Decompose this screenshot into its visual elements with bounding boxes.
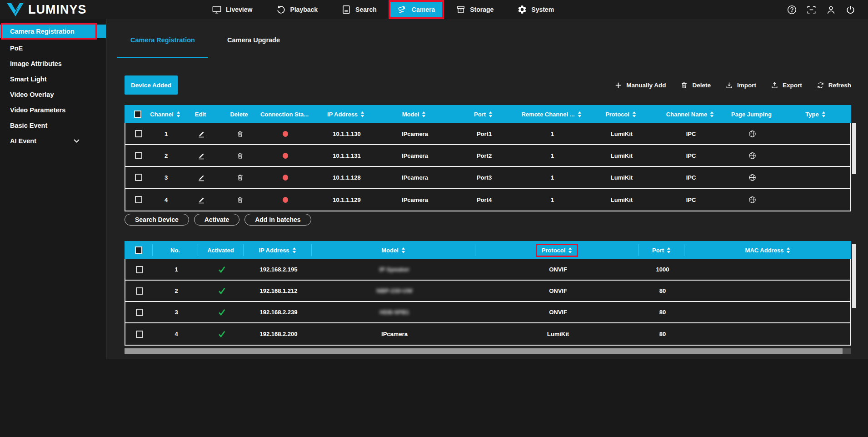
table-row: 4 192.168.2.200 IPcamera LumiKit 80 bbox=[125, 323, 850, 345]
header-model[interactable]: Model bbox=[312, 244, 475, 256]
tab-camera-registration[interactable]: Camera Registration bbox=[117, 36, 208, 58]
utility-icons bbox=[786, 4, 868, 15]
row-checkbox[interactable] bbox=[135, 130, 142, 137]
header-protocol[interactable]: Protocol bbox=[475, 244, 639, 256]
horizontal-scrollbar-thumb[interactable] bbox=[125, 348, 843, 354]
content-panel: Camera Registration Camera Upgrade Devic… bbox=[106, 19, 868, 359]
header-ip-address[interactable]: IP Address bbox=[312, 111, 380, 118]
header-model[interactable]: Model bbox=[380, 111, 448, 118]
cell-ip-address: 10.1.1.131 bbox=[313, 152, 381, 159]
sidebar-item-video-parameters[interactable]: Video Parameters bbox=[0, 102, 106, 118]
activated-check-icon bbox=[199, 265, 244, 274]
edit-icon[interactable] bbox=[197, 173, 206, 182]
delete-icon[interactable] bbox=[236, 196, 244, 204]
sidebar-item-video-overlay[interactable]: Video Overlay bbox=[0, 87, 106, 102]
nav-label: Search bbox=[355, 6, 377, 13]
sidebar-item-ai-event[interactable]: AI Event bbox=[0, 133, 106, 149]
add-in-batches-button[interactable]: Add in batches bbox=[244, 214, 311, 226]
nav-item-camera[interactable]: Camera bbox=[389, 0, 444, 19]
connection-status-dot bbox=[283, 197, 288, 203]
nav-item-playback[interactable]: Playback bbox=[264, 0, 329, 19]
chevron-down-icon bbox=[74, 139, 80, 143]
search-device-button[interactable]: Search Device bbox=[125, 214, 189, 226]
delete-icon[interactable] bbox=[236, 174, 244, 181]
edit-icon[interactable] bbox=[197, 151, 206, 160]
cell-protocol: LumiKit bbox=[585, 196, 658, 203]
header-remote-channel[interactable]: Remote Channel ... bbox=[519, 111, 584, 118]
sort-icon bbox=[786, 247, 790, 253]
row-checkbox[interactable] bbox=[135, 174, 142, 181]
delete-icon[interactable] bbox=[236, 130, 244, 138]
luminys-logo-icon bbox=[6, 3, 25, 17]
discovered-table-vertical-scrollbar[interactable] bbox=[852, 244, 856, 308]
activate-button[interactable]: Activate bbox=[194, 214, 239, 226]
table-row: 3 192.168.2.239 HDB-5PB1 ONVIF 80 bbox=[125, 302, 850, 323]
device-added-button[interactable]: Device Added bbox=[125, 75, 178, 95]
nav-item-liveview[interactable]: Liveview bbox=[200, 0, 264, 19]
cell-protocol: LumiKit bbox=[476, 331, 640, 337]
header-connection-status: Connection Sta... bbox=[257, 111, 312, 118]
header-channel[interactable]: Channel bbox=[150, 111, 180, 118]
delete-icon[interactable] bbox=[236, 152, 244, 160]
added-table-vertical-scrollbar[interactable] bbox=[852, 123, 856, 174]
sidebar-item-smart-light[interactable]: Smart Light bbox=[0, 71, 106, 87]
user-icon[interactable] bbox=[825, 4, 837, 15]
export-button[interactable]: Export bbox=[771, 81, 802, 89]
refresh-button[interactable]: Refresh bbox=[817, 81, 851, 89]
table-row: 2 10.1.1.131 IPcamera Port2 1 LumiKit bbox=[125, 145, 850, 167]
row-checkbox[interactable] bbox=[135, 196, 142, 203]
cell-protocol: LumiKit bbox=[585, 152, 658, 159]
select-all-checkbox[interactable] bbox=[135, 246, 142, 254]
manually-add-button[interactable]: Manually Add bbox=[614, 81, 666, 89]
table-row: 4 10.1.1.129 IPcamera Port4 1 LumiKit bbox=[125, 189, 850, 211]
help-icon[interactable] bbox=[786, 4, 798, 15]
page-jumping-globe-icon[interactable] bbox=[748, 173, 757, 182]
cell-model: IP Speaker bbox=[313, 266, 476, 273]
nav-item-system[interactable]: System bbox=[505, 0, 566, 19]
select-all-checkbox[interactable] bbox=[134, 111, 141, 118]
header-select-all[interactable] bbox=[125, 244, 153, 256]
row-checkbox[interactable] bbox=[135, 152, 142, 159]
cctv-camera-icon bbox=[398, 5, 408, 15]
horizontal-scrollbar-track[interactable] bbox=[125, 348, 851, 354]
import-button[interactable]: Import bbox=[725, 81, 756, 89]
nav-item-storage[interactable]: Storage bbox=[444, 0, 505, 19]
cell-model: NBP-230-UW bbox=[313, 287, 476, 294]
row-checkbox[interactable] bbox=[136, 287, 143, 295]
trash-icon bbox=[680, 81, 688, 89]
sort-icon bbox=[568, 247, 572, 253]
row-checkbox[interactable] bbox=[136, 331, 143, 338]
page-jumping-globe-icon[interactable] bbox=[748, 196, 757, 204]
nav-item-search[interactable]: Search bbox=[329, 0, 389, 19]
sidebar-item-basic-event[interactable]: Basic Event bbox=[0, 118, 106, 133]
cell-ip-address: 192.168.2.195 bbox=[244, 266, 313, 273]
header-channel-name[interactable]: Channel Name bbox=[657, 111, 723, 118]
edit-icon[interactable] bbox=[197, 129, 206, 138]
sidebar-item-image-attributes[interactable]: Image Attributes bbox=[0, 56, 106, 71]
sidebar-item-camera-registration[interactable]: Camera Registration bbox=[0, 25, 106, 38]
page-jumping-globe-icon[interactable] bbox=[748, 130, 757, 138]
header-port[interactable]: Port bbox=[639, 244, 684, 256]
power-icon[interactable] bbox=[844, 4, 856, 15]
header-mac-address[interactable]: MAC Address bbox=[684, 244, 851, 256]
row-checkbox[interactable] bbox=[136, 309, 143, 316]
header-select-all[interactable] bbox=[125, 111, 150, 118]
scan-icon[interactable] bbox=[805, 4, 817, 15]
protocol-header-red-highlight: Protocol bbox=[536, 244, 579, 257]
toolbar-label: Import bbox=[737, 82, 756, 89]
edit-icon[interactable] bbox=[197, 195, 206, 204]
header-port[interactable]: Port bbox=[448, 111, 519, 118]
tab-camera-upgrade[interactable]: Camera Upgrade bbox=[208, 36, 299, 58]
cell-port: Port1 bbox=[449, 131, 519, 137]
header-ip-address[interactable]: IP Address bbox=[244, 244, 312, 256]
row-checkbox[interactable] bbox=[136, 266, 143, 273]
activated-check-icon bbox=[199, 286, 244, 296]
cell-port: 80 bbox=[640, 287, 685, 294]
cell-port: 1000 bbox=[640, 266, 685, 273]
page-jumping-globe-icon[interactable] bbox=[748, 151, 757, 160]
delete-button[interactable]: Delete bbox=[680, 81, 711, 89]
header-type[interactable]: Type bbox=[780, 111, 851, 118]
header-protocol[interactable]: Protocol bbox=[584, 111, 657, 118]
cell-channel: 3 bbox=[151, 174, 181, 181]
sidebar-item-poe[interactable]: PoE bbox=[0, 40, 106, 56]
